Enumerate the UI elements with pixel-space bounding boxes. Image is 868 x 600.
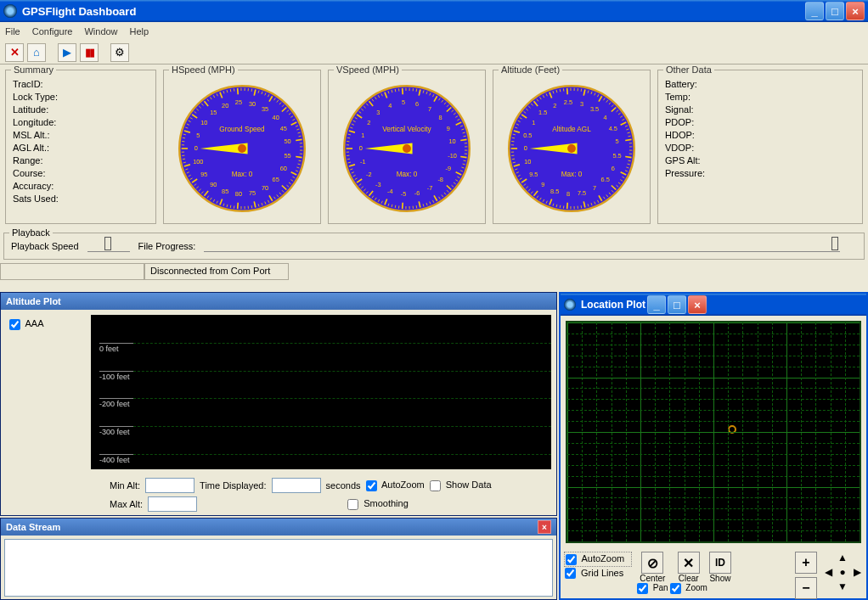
menu-configure[interactable]: Configure (32, 26, 73, 36)
smoothing-checkbox[interactable]: Smoothing (347, 498, 409, 510)
close-button[interactable]: × (846, 2, 865, 20)
summary-latitude: Latitude: (13, 104, 149, 117)
svg-text:60: 60 (280, 165, 287, 172)
svg-text:6.5: 6.5 (601, 176, 610, 183)
svg-line-67 (296, 157, 302, 158)
menu-file[interactable]: File (5, 26, 20, 36)
svg-text:Max: 0: Max: 0 (561, 171, 583, 178)
maximize-button[interactable]: □ (826, 2, 844, 20)
svg-text:Ground Speed: Ground Speed (219, 126, 265, 133)
locplot-maximize-button[interactable]: □ (668, 295, 686, 314)
svg-line-135 (347, 137, 350, 138)
pan-arrows: ▲ ◀ ● ▶ ▼ (822, 552, 863, 592)
pan-down-button[interactable]: ▼ (837, 580, 848, 592)
window-title: GPSFlight Dashboard (22, 5, 136, 18)
locplot-close-button[interactable]: × (688, 295, 707, 314)
svg-line-4 (183, 137, 185, 138)
svg-text:4: 4 (604, 114, 607, 121)
zoom-out-button[interactable]: − (795, 577, 817, 599)
play-button[interactable]: ▶ (58, 43, 76, 62)
svg-point-261 (403, 144, 411, 153)
svg-text:95: 95 (200, 171, 207, 178)
datastream-text[interactable] (4, 539, 553, 597)
status-cell-1 (0, 263, 144, 280)
maxalt-input[interactable] (148, 496, 197, 512)
autozoom-checkbox[interactable]: AutoZoom (366, 479, 425, 491)
datastream-close-button[interactable]: × (538, 520, 551, 534)
timedisp-input[interactable] (272, 478, 321, 493)
svg-line-266 (512, 137, 515, 138)
file-progress-slider[interactable] (204, 240, 840, 252)
svg-text:10: 10 (524, 158, 531, 165)
locplot-title: Location Plot (581, 299, 645, 311)
svg-text:-9: -9 (445, 165, 451, 172)
summary-satsused: Sats Used: (13, 193, 149, 206)
minimize-button[interactable]: _ (805, 2, 824, 20)
svg-text:-3: -3 (375, 181, 381, 188)
playback-speed-label: Playback Speed (11, 241, 79, 251)
pan-checkbox[interactable]: Pan (637, 583, 668, 594)
svg-line-61 (296, 139, 302, 140)
svg-text:8: 8 (439, 114, 442, 121)
summary-aglalt: AGL Alt.: (13, 143, 149, 155)
center-button[interactable]: ⊘ (641, 552, 663, 574)
minalt-input[interactable] (145, 478, 194, 493)
svg-text:6: 6 (612, 165, 615, 172)
svg-text:65: 65 (273, 176, 279, 183)
pan-up-button[interactable]: ▲ (837, 552, 848, 564)
playback-speed-slider[interactable] (87, 240, 130, 252)
locplot-icon (564, 299, 576, 311)
loc-gridlines-checkbox[interactable]: Grid Lines (564, 567, 632, 580)
app-icon (3, 4, 17, 18)
svg-text:-7: -7 (427, 184, 433, 192)
svg-line-192 (460, 139, 466, 140)
zoom-in-button[interactable]: + (795, 552, 817, 574)
menu-window[interactable]: Window (84, 26, 117, 36)
svg-text:-1: -1 (360, 158, 366, 165)
pan-left-button[interactable]: ◀ (822, 566, 834, 578)
svg-text:5: 5 (615, 137, 618, 145)
svg-text:5.5: 5.5 (612, 152, 621, 160)
device-button[interactable]: ⚙ (110, 43, 129, 62)
pause-button[interactable]: ▮▮ (80, 43, 99, 62)
show-id-button[interactable]: ID (709, 552, 731, 574)
svg-line-97 (238, 203, 239, 209)
summary-group: Summary TracID: Lock Type: Latitude: Lon… (5, 70, 156, 224)
svg-text:40: 40 (273, 114, 279, 121)
seconds-label: seconds (326, 480, 361, 491)
svg-line-223 (416, 205, 417, 208)
menu-help[interactable]: Help (130, 26, 149, 36)
svg-point-130 (238, 144, 246, 153)
loc-autozoom-checkbox[interactable]: AutoZoom (564, 552, 632, 567)
series-aaa-checkbox[interactable]: AAA (9, 318, 43, 328)
svg-line-92 (251, 205, 252, 208)
other-hdop: HDOP: (665, 130, 855, 143)
altitude-gauge: 00.511.522.533.544.555.566.577.588.599.5… (502, 79, 641, 218)
other-battery: Battery: (665, 79, 855, 92)
home-button[interactable]: ⌂ (27, 43, 46, 62)
svg-text:9: 9 (447, 125, 450, 132)
svg-text:-4: -4 (387, 188, 393, 195)
svg-line-297 (581, 89, 582, 92)
locplot-minimize-button[interactable]: _ (647, 295, 666, 314)
pan-center-button[interactable]: ● (837, 566, 848, 578)
svg-text:-6: -6 (414, 189, 420, 197)
stop-button[interactable]: ✕ (5, 43, 24, 62)
altplot-title: Altitude Plot (6, 296, 61, 306)
main-titlebar: GPSFlight Dashboard _ □ × (0, 0, 868, 22)
showdata-checkbox[interactable]: Show Data (430, 479, 492, 491)
zoom-checkbox[interactable]: Zoom (670, 583, 707, 594)
svg-text:90: 90 (210, 181, 217, 188)
svg-text:55: 55 (284, 152, 290, 160)
hspeed-gauge: 0510152025303540455055606570758085909510… (172, 79, 312, 218)
svg-line-254 (347, 159, 350, 160)
pan-right-button[interactable]: ▶ (851, 566, 863, 578)
other-temp: Temp: (665, 92, 855, 104)
other-pressure: Pressure: (665, 168, 855, 181)
clear-button[interactable]: ✕ (678, 552, 700, 574)
other-vdop: VDOP: (665, 143, 855, 155)
summary-tracid: TracID: (13, 79, 149, 92)
other-signal: Signal: (665, 104, 855, 117)
summary-mslalt: MSL Alt.: (13, 130, 149, 143)
svg-text:-8: -8 (437, 176, 443, 183)
